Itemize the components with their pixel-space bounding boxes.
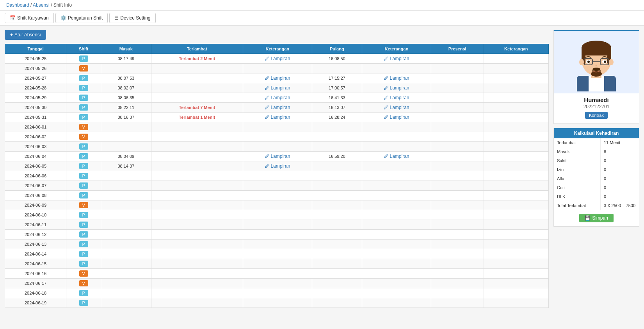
- cell-terlambat: [151, 142, 243, 152]
- table-row: 2024-05-27P08:07:53🖉 Lampiran17:15:27🖉 L…: [5, 73, 549, 83]
- breadcrumb-dashboard[interactable]: Dashboard: [6, 2, 29, 8]
- lampiran-link-pulang[interactable]: 🖉 Lampiran: [384, 114, 409, 120]
- calc-label: Izin: [554, 165, 601, 174]
- cell-ket3: [484, 93, 548, 103]
- cell-ket3: [484, 191, 548, 200]
- cell-shift: V: [66, 122, 101, 132]
- cell-ket2[interactable]: 🖉 Lampiran: [362, 54, 431, 64]
- lampiran-link-masuk[interactable]: 🖉 Lampiran: [265, 85, 290, 91]
- cell-ket1[interactable]: 🖉 Lampiran: [243, 113, 312, 122]
- cell-pulang: [312, 210, 362, 220]
- cell-pulang: [312, 249, 362, 259]
- cell-pulang: [312, 279, 362, 288]
- cell-presensi: [431, 122, 484, 132]
- lampiran-link-pulang[interactable]: 🖉 Lampiran: [384, 154, 409, 159]
- calc-row: Terlambat11 Menit: [554, 138, 639, 147]
- cell-masuk: [101, 142, 151, 152]
- kontrak-button[interactable]: Kontrak: [585, 112, 608, 119]
- lampiran-link-pulang[interactable]: 🖉 Lampiran: [384, 75, 409, 81]
- cell-masuk: [101, 230, 151, 240]
- cell-ket3: [484, 54, 548, 64]
- cell-tanggal: 2024-05-27: [5, 73, 66, 83]
- calc-row: Cuti0: [554, 183, 639, 192]
- svg-point-19: [604, 61, 606, 63]
- lampiran-link-pulang[interactable]: 🖉 Lampiran: [384, 105, 409, 110]
- cell-tanggal: 2024-06-11: [5, 220, 66, 230]
- table-row: 2024-06-16V: [5, 269, 549, 279]
- cell-terlambat: [151, 181, 243, 191]
- cell-shift: P: [66, 93, 101, 103]
- cell-ket1[interactable]: 🖉 Lampiran: [243, 73, 312, 83]
- lampiran-link-pulang[interactable]: 🖉 Lampiran: [384, 85, 409, 91]
- cell-ket1[interactable]: 🖉 Lampiran: [243, 83, 312, 93]
- cell-ket1[interactable]: 🖉 Lampiran: [243, 54, 312, 64]
- cell-ket3: [484, 122, 548, 132]
- cell-shift: P: [66, 259, 101, 269]
- add-absensi-button[interactable]: + Atur Absensi: [5, 30, 46, 40]
- calc-row: DLK0: [554, 192, 639, 201]
- cell-terlambat: Terlambat 2 Menit: [151, 54, 243, 64]
- cell-ket3: [484, 288, 548, 298]
- cell-tanggal: 2024-06-12: [5, 230, 66, 240]
- cell-ket2[interactable]: 🖉 Lampiran: [362, 113, 431, 122]
- lampiran-link-pulang[interactable]: 🖉 Lampiran: [384, 56, 409, 61]
- breadcrumb-absensi[interactable]: Absensi: [33, 2, 50, 8]
- calc-value: 0: [601, 156, 639, 165]
- cell-ket1[interactable]: 🖉 Lampiran: [243, 103, 312, 113]
- cell-ket2: [362, 171, 431, 181]
- cell-ket2: [362, 259, 431, 269]
- cell-ket2[interactable]: 🖉 Lampiran: [362, 93, 431, 103]
- col-shift: Shift: [66, 44, 101, 54]
- cell-ket2: [362, 200, 431, 210]
- cell-masuk: [101, 220, 151, 230]
- table-row: 2024-06-08P: [5, 191, 549, 200]
- cell-tanggal: 2024-06-07: [5, 181, 66, 191]
- cell-pulang: 16:08:50: [312, 54, 362, 64]
- cell-pulang: [312, 191, 362, 200]
- cell-masuk: [101, 171, 151, 181]
- tab-pengaturan-shift[interactable]: ⚙️ Pengaturan Shift: [55, 13, 108, 23]
- gear-icon: ⚙️: [60, 15, 66, 21]
- cell-ket2[interactable]: 🖉 Lampiran: [362, 83, 431, 93]
- table-row: 2024-06-11P: [5, 220, 549, 230]
- cell-tanggal: 2024-06-08: [5, 191, 66, 200]
- lampiran-link-pulang[interactable]: 🖉 Lampiran: [384, 95, 409, 100]
- col-presensi: Presensi: [431, 44, 484, 54]
- cell-ket1[interactable]: 🖉 Lampiran: [243, 161, 312, 171]
- cell-ket2: [362, 64, 431, 73]
- cell-ket2: [362, 220, 431, 230]
- cell-pulang: [312, 288, 362, 298]
- cell-presensi: [431, 54, 484, 64]
- tab-shift-karyawan[interactable]: 📅 Shift Karyawan: [5, 13, 54, 23]
- cell-ket2[interactable]: 🖉 Lampiran: [362, 73, 431, 83]
- cell-ket3: [484, 220, 548, 230]
- lampiran-link-masuk[interactable]: 🖉 Lampiran: [265, 95, 290, 100]
- cell-ket2[interactable]: 🖉 Lampiran: [362, 103, 431, 113]
- lampiran-link-masuk[interactable]: 🖉 Lampiran: [265, 114, 290, 120]
- cell-ket3: [484, 142, 548, 152]
- lampiran-link-masuk[interactable]: 🖉 Lampiran: [265, 75, 290, 81]
- svg-point-21: [609, 59, 614, 65]
- lampiran-link-masuk[interactable]: 🖉 Lampiran: [265, 56, 290, 61]
- calc-value: 3 X 2500 = 7500: [601, 201, 639, 210]
- cell-ket3: [484, 83, 548, 93]
- lampiran-link-masuk[interactable]: 🖉 Lampiran: [265, 154, 290, 159]
- cell-pulang: [312, 122, 362, 132]
- calc-value: 0: [601, 183, 639, 192]
- cell-terlambat: Terlambat 7 Menit: [151, 103, 243, 113]
- cell-terlambat: [151, 122, 243, 132]
- calc-value: 8: [601, 147, 639, 156]
- lampiran-link-masuk[interactable]: 🖉 Lampiran: [265, 105, 290, 110]
- cell-presensi: [431, 230, 484, 240]
- lampiran-link-masuk[interactable]: 🖉 Lampiran: [265, 163, 290, 169]
- tab-device-setting[interactable]: ☰ Device Setting: [109, 13, 155, 23]
- cell-tanggal: 2024-06-05: [5, 161, 66, 171]
- cell-presensi: [431, 298, 484, 308]
- cell-shift: P: [66, 152, 101, 161]
- cell-ket2[interactable]: 🖉 Lampiran: [362, 152, 431, 161]
- cell-ket1: [243, 259, 312, 269]
- simpan-button[interactable]: 💾 Simpan: [579, 214, 614, 222]
- cell-ket1[interactable]: 🖉 Lampiran: [243, 93, 312, 103]
- cell-shift: V: [66, 132, 101, 142]
- cell-ket1[interactable]: 🖉 Lampiran: [243, 152, 312, 161]
